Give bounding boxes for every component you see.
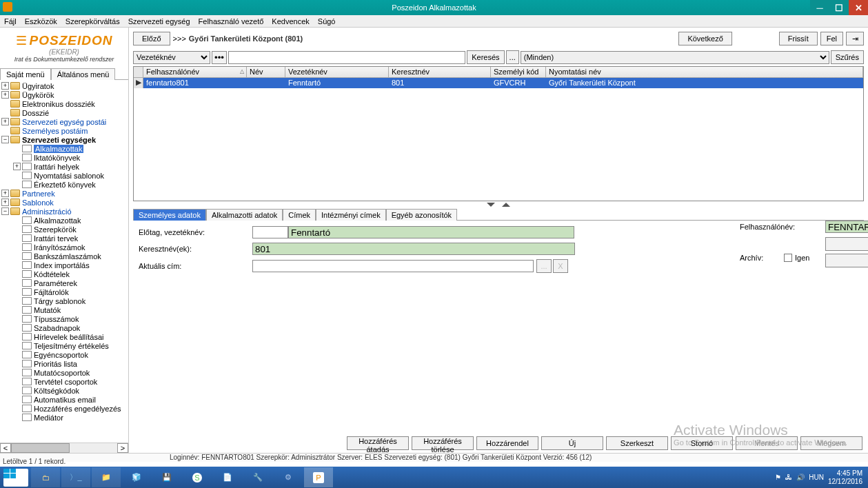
tree-alkalmazottak[interactable]: Alkalmazottak — [34, 145, 83, 153]
tree-admin-item[interactable]: Alkalmazottak — [34, 216, 81, 225]
up-button[interactable]: Fel — [820, 32, 843, 45]
collapse-icon[interactable]: − — [1, 136, 9, 143]
next-button[interactable]: Következő — [678, 32, 731, 45]
expand-icon[interactable]: + — [1, 91, 9, 99]
address-clear-button[interactable]: X — [553, 259, 568, 273]
row-handle[interactable]: ▶ — [134, 78, 143, 88]
taskbar-app-icon[interactable]: 💾 — [152, 467, 181, 487]
tree-ugyiratok[interactable]: Ügyiratok — [22, 82, 54, 90]
tree-admin-item[interactable]: Hozzáférés engedélyezés — [34, 405, 121, 413]
search-input[interactable] — [228, 51, 465, 64]
tab-cimek[interactable]: Címek — [283, 209, 316, 221]
tree-admin-item[interactable]: Index importálás — [34, 261, 90, 270]
tree-erkezteto-konyvek[interactable]: Érkeztető könyvek — [34, 181, 96, 189]
prev-button[interactable]: Előző — [133, 32, 170, 45]
taskbar-poszeidon-icon[interactable]: P — [304, 467, 333, 487]
filter-button[interactable]: Szűrés — [831, 50, 864, 64]
expand-icon[interactable]: + — [1, 199, 9, 206]
access-transfer-button[interactable]: Hozzáférés átadás — [347, 436, 409, 450]
scroll-right-icon[interactable]: > — [117, 443, 128, 453]
tree-admin-item[interactable]: Tárgy sablonok — [34, 297, 85, 305]
results-grid[interactable]: Felhasználónév△ Név előtag Vezetéknév Ke… — [133, 66, 864, 201]
tree-sablonok[interactable]: Sablonok — [22, 199, 54, 207]
edit-button[interactable]: Szerkeszt — [606, 436, 668, 450]
menu-felhasznalo[interactable]: Felhasználó vezető — [199, 17, 264, 26]
tree-admin-item[interactable]: Mutatók — [34, 306, 61, 314]
expand-icon[interactable]: + — [1, 82, 9, 90]
nav-tree[interactable]: +Ügyiratok +Ügykörök Elektronikus dosszi… — [0, 80, 128, 443]
search-field-select[interactable]: Vezetéknév — [133, 51, 210, 64]
chevron-down-icon[interactable] — [487, 203, 495, 207]
tree-szerv-postai[interactable]: Szervezeti egység postái — [22, 118, 106, 126]
tab-intezmenyi-cimek[interactable]: Intézményi címek — [316, 209, 386, 221]
tree-admin-item[interactable]: Költségkódok — [34, 387, 79, 395]
column-szemelyi-kod[interactable]: Személyi kód — [491, 67, 546, 77]
tree-admin-item[interactable]: Mediátor — [34, 414, 63, 422]
splitter-bar[interactable] — [133, 201, 864, 208]
tab-egyeb-azonositok[interactable]: Egyéb azonosítók — [386, 209, 457, 221]
chevron-up-icon[interactable] — [502, 203, 510, 207]
tree-admin-item[interactable]: Prioritás lista — [34, 360, 77, 368]
tree-admin-item[interactable]: Automatikus email — [34, 396, 96, 404]
tree-szervezeti-egysegek[interactable]: Szervezeti egységek — [22, 136, 96, 144]
column-nev-elotag[interactable]: Név előtag — [247, 67, 285, 77]
search-button[interactable]: Keresés — [467, 50, 504, 64]
column-vezeteknev[interactable]: Vezetéknév — [285, 67, 389, 77]
expand-icon[interactable]: + — [13, 163, 21, 170]
table-row[interactable]: ▶ fenntarto801 Fenntartó 801 GFVCRH Győr… — [134, 78, 863, 88]
tree-admin-item[interactable]: Szabadnapok — [34, 324, 80, 332]
new-button[interactable]: Új — [541, 436, 603, 450]
tree-szem-postaim[interactable]: Személyes postáim — [22, 127, 88, 135]
tray-flag-icon[interactable]: ⚑ — [775, 474, 781, 481]
tree-adminisztracio[interactable]: Adminisztráció — [22, 207, 72, 216]
column-keresztnev[interactable]: Keresztnév — [389, 67, 491, 77]
tree-nyomtatasi-sablonok[interactable]: Nyomtatási sablonok — [34, 172, 104, 180]
taskbar-explorer-icon[interactable]: 🗀 — [31, 467, 60, 487]
username-field[interactable] — [825, 221, 868, 233]
taskbar-app-icon[interactable]: 🧊 — [122, 467, 151, 487]
column-felhasznalonev[interactable]: Felhasználónév△ — [143, 67, 247, 77]
menu-szerepkorvaltas[interactable]: Szerepkörváltás — [65, 17, 120, 26]
search-options-button[interactable]: ••• — [212, 51, 227, 64]
menu-sugo[interactable]: Súgó — [318, 17, 336, 26]
tab-sajat-menu[interactable]: Saját menü — [0, 68, 51, 80]
menu-kedvencek[interactable]: Kedvencek — [272, 17, 309, 26]
tree-admin-item[interactable]: Irattári tervek — [34, 234, 78, 243]
tree-admin-item[interactable]: Típusszámok — [34, 315, 79, 323]
address-browse-button[interactable]: ... — [536, 259, 552, 273]
tray-volume-icon[interactable]: 🔊 — [796, 474, 805, 481]
lastname-field[interactable] — [288, 226, 574, 238]
column-nyomtatasi-nev[interactable]: Nyomtatási név — [546, 67, 863, 77]
tree-iktatokonyvek[interactable]: Iktatókönyvek — [34, 154, 80, 162]
start-button[interactable] — [1, 467, 30, 487]
tree-admin-item[interactable]: Hírlevelek beállításai — [34, 333, 104, 341]
taskbar-app-icon[interactable]: 📄 — [213, 467, 242, 487]
taskbar-app-icon[interactable]: 🔧 — [243, 467, 272, 487]
address-field[interactable] — [252, 260, 534, 272]
assign-button[interactable]: Hozzárendel — [476, 436, 538, 450]
tree-admin-item[interactable]: Mutatócsoportok — [34, 369, 90, 377]
taskbar[interactable]: 🗀 〉_ 📁 🧊 💾 S 📄 🔧 ⚙ P ⚑ 🖧 🔊 HUN 4:45 PM 1… — [0, 467, 868, 488]
expand-icon[interactable]: + — [1, 190, 9, 197]
archive-checkbox[interactable] — [784, 254, 792, 262]
tree-admin-item[interactable]: Kódtételek — [34, 270, 70, 278]
refresh-button[interactable]: Frissít — [779, 32, 818, 45]
close-button[interactable]: ✕ — [849, 0, 868, 15]
taskbar-folder-icon[interactable]: 📁 — [92, 467, 121, 487]
change-password-button[interactable]: Jelszó módosítás — [825, 237, 868, 251]
scope-select[interactable]: (Minden) — [521, 51, 829, 64]
tree-admin-item[interactable]: Paraméterek — [34, 279, 77, 287]
tree-admin-item[interactable]: Irányítószámok — [34, 243, 85, 252]
tree-admin-item[interactable]: Tervtétel csoportok — [34, 378, 97, 386]
tree-dosszie[interactable]: Dosszié — [22, 109, 49, 117]
taskbar-app-icon[interactable]: ⚙ — [274, 467, 303, 487]
browse-button[interactable]: ... — [506, 50, 519, 64]
tab-szemelyes-adatok[interactable]: Személyes adatok — [133, 209, 206, 221]
tree-partnerek[interactable]: Partnerek — [22, 190, 55, 198]
tree-admin-item[interactable]: Bankszámlaszámok — [34, 252, 101, 261]
taskbar-powershell-icon[interactable]: 〉_ — [61, 467, 90, 487]
tree-hscroll[interactable]: < > — [0, 443, 128, 453]
expand-icon[interactable]: + — [1, 118, 9, 125]
firstname-field[interactable] — [252, 243, 575, 255]
tab-altalanos-menu[interactable]: Általános menü — [51, 68, 116, 80]
